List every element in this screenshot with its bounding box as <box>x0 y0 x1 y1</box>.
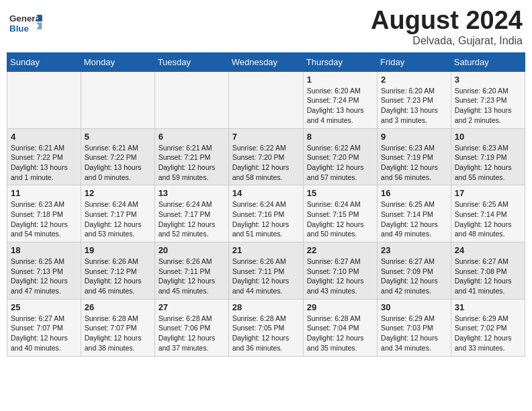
calendar-day-cell: 15Sunrise: 6:24 AMSunset: 7:15 PMDayligh… <box>303 185 377 242</box>
day-info: Sunrise: 6:21 AMSunset: 7:22 PMDaylight:… <box>85 143 151 183</box>
logo: General Blue <box>9 7 43 36</box>
day-info: Sunrise: 6:28 AMSunset: 7:04 PMDaylight:… <box>307 314 373 353</box>
day-number: 11 <box>11 188 77 198</box>
svg-text:Blue: Blue <box>9 24 29 34</box>
calendar-day-cell: 7Sunrise: 6:22 AMSunset: 7:20 PMDaylight… <box>228 128 303 185</box>
calendar-day-cell: 24Sunrise: 6:27 AMSunset: 7:08 PMDayligh… <box>451 242 525 300</box>
title-block: August 2024 Delvada, Gujarat, India <box>371 7 523 47</box>
calendar-day-cell: 25Sunrise: 6:27 AMSunset: 7:07 PMDayligh… <box>7 299 81 356</box>
day-info: Sunrise: 6:26 AMSunset: 7:11 PMDaylight:… <box>232 257 300 296</box>
day-info: Sunrise: 6:21 AMSunset: 7:21 PMDaylight:… <box>159 143 225 183</box>
day-number: 24 <box>455 245 521 255</box>
day-number: 16 <box>381 188 447 198</box>
day-number: 3 <box>455 75 521 85</box>
day-info: Sunrise: 6:20 AMSunset: 7:24 PMDaylight:… <box>307 86 373 126</box>
calendar-day-cell: 1Sunrise: 6:20 AMSunset: 7:24 PMDaylight… <box>303 71 377 128</box>
calendar-day-cell: 6Sunrise: 6:21 AMSunset: 7:21 PMDaylight… <box>154 128 228 185</box>
day-number: 6 <box>159 132 225 142</box>
day-number: 28 <box>232 302 300 312</box>
day-info: Sunrise: 6:23 AMSunset: 7:19 PMDaylight:… <box>455 143 521 183</box>
calendar-day-cell: 14Sunrise: 6:24 AMSunset: 7:16 PMDayligh… <box>228 185 303 242</box>
calendar-day-cell: 5Sunrise: 6:21 AMSunset: 7:22 PMDaylight… <box>81 128 154 185</box>
logo-icon: General Blue <box>9 9 43 36</box>
month-title: August 2024 <box>371 7 523 35</box>
day-info: Sunrise: 6:24 AMSunset: 7:17 PMDaylight:… <box>85 199 151 239</box>
calendar-week-row: 18Sunrise: 6:25 AMSunset: 7:13 PMDayligh… <box>7 242 525 300</box>
calendar-day-cell: 30Sunrise: 6:29 AMSunset: 7:03 PMDayligh… <box>378 299 451 356</box>
day-info: Sunrise: 6:28 AMSunset: 7:05 PMDaylight:… <box>232 314 300 353</box>
day-number: 12 <box>85 188 151 198</box>
weekday-header-friday: Friday <box>378 52 451 71</box>
calendar-day-cell: 31Sunrise: 6:29 AMSunset: 7:02 PMDayligh… <box>451 299 525 356</box>
day-number: 7 <box>232 132 300 142</box>
day-number: 9 <box>381 132 447 142</box>
calendar-week-row: 25Sunrise: 6:27 AMSunset: 7:07 PMDayligh… <box>7 299 525 356</box>
calendar-week-row: 11Sunrise: 6:23 AMSunset: 7:18 PMDayligh… <box>7 185 525 242</box>
day-number: 27 <box>159 302 225 312</box>
day-info: Sunrise: 6:25 AMSunset: 7:13 PMDaylight:… <box>11 257 77 296</box>
empty-day-cell <box>154 71 228 128</box>
weekday-header-row: SundayMondayTuesdayWednesdayThursdayFrid… <box>7 52 525 71</box>
day-info: Sunrise: 6:27 AMSunset: 7:08 PMDaylight:… <box>455 257 521 296</box>
calendar-table: SundayMondayTuesdayWednesdayThursdayFrid… <box>7 52 525 357</box>
day-number: 17 <box>455 188 521 198</box>
empty-day-cell <box>81 71 154 128</box>
day-info: Sunrise: 6:27 AMSunset: 7:09 PMDaylight:… <box>381 257 447 296</box>
day-number: 25 <box>11 302 77 312</box>
day-info: Sunrise: 6:20 AMSunset: 7:23 PMDaylight:… <box>455 86 521 126</box>
day-number: 5 <box>85 132 151 142</box>
day-number: 13 <box>159 188 225 198</box>
location: Delvada, Gujarat, India <box>371 35 523 47</box>
day-number: 23 <box>381 245 447 255</box>
day-info: Sunrise: 6:21 AMSunset: 7:22 PMDaylight:… <box>11 143 77 183</box>
calendar-day-cell: 12Sunrise: 6:24 AMSunset: 7:17 PMDayligh… <box>81 185 154 242</box>
day-number: 10 <box>455 132 521 142</box>
day-number: 22 <box>307 245 373 255</box>
day-info: Sunrise: 6:22 AMSunset: 7:20 PMDaylight:… <box>232 143 300 183</box>
calendar-week-row: 1Sunrise: 6:20 AMSunset: 7:24 PMDaylight… <box>7 71 525 128</box>
day-number: 26 <box>85 302 151 312</box>
calendar-day-cell: 11Sunrise: 6:23 AMSunset: 7:18 PMDayligh… <box>7 185 81 242</box>
weekday-header-saturday: Saturday <box>451 52 525 71</box>
day-info: Sunrise: 6:28 AMSunset: 7:06 PMDaylight:… <box>159 314 225 353</box>
day-number: 4 <box>11 132 77 142</box>
calendar-day-cell: 19Sunrise: 6:26 AMSunset: 7:12 PMDayligh… <box>81 242 154 300</box>
weekday-header-thursday: Thursday <box>303 52 377 71</box>
day-info: Sunrise: 6:24 AMSunset: 7:17 PMDaylight:… <box>159 199 225 239</box>
calendar-day-cell: 23Sunrise: 6:27 AMSunset: 7:09 PMDayligh… <box>378 242 451 300</box>
calendar-day-cell: 10Sunrise: 6:23 AMSunset: 7:19 PMDayligh… <box>451 128 525 185</box>
day-number: 8 <box>307 132 373 142</box>
weekday-header-tuesday: Tuesday <box>154 52 228 71</box>
calendar-day-cell: 3Sunrise: 6:20 AMSunset: 7:23 PMDaylight… <box>451 71 525 128</box>
calendar-day-cell: 21Sunrise: 6:26 AMSunset: 7:11 PMDayligh… <box>228 242 303 300</box>
day-info: Sunrise: 6:23 AMSunset: 7:18 PMDaylight:… <box>11 199 77 239</box>
day-info: Sunrise: 6:27 AMSunset: 7:07 PMDaylight:… <box>11 314 77 353</box>
weekday-header-wednesday: Wednesday <box>228 52 303 71</box>
day-number: 19 <box>85 245 151 255</box>
day-info: Sunrise: 6:26 AMSunset: 7:11 PMDaylight:… <box>159 257 225 296</box>
empty-day-cell <box>228 71 303 128</box>
day-info: Sunrise: 6:22 AMSunset: 7:20 PMDaylight:… <box>307 143 373 183</box>
day-number: 1 <box>307 75 373 85</box>
calendar-day-cell: 4Sunrise: 6:21 AMSunset: 7:22 PMDaylight… <box>7 128 81 185</box>
day-info: Sunrise: 6:25 AMSunset: 7:14 PMDaylight:… <box>381 199 447 239</box>
day-number: 14 <box>232 188 300 198</box>
day-number: 15 <box>307 188 373 198</box>
day-number: 29 <box>307 302 373 312</box>
calendar-day-cell: 8Sunrise: 6:22 AMSunset: 7:20 PMDaylight… <box>303 128 377 185</box>
day-number: 21 <box>232 245 300 255</box>
calendar-week-row: 4Sunrise: 6:21 AMSunset: 7:22 PMDaylight… <box>7 128 525 185</box>
calendar-day-cell: 9Sunrise: 6:23 AMSunset: 7:19 PMDaylight… <box>378 128 451 185</box>
calendar-day-cell: 28Sunrise: 6:28 AMSunset: 7:05 PMDayligh… <box>228 299 303 356</box>
calendar-day-cell: 29Sunrise: 6:28 AMSunset: 7:04 PMDayligh… <box>303 299 377 356</box>
day-info: Sunrise: 6:25 AMSunset: 7:14 PMDaylight:… <box>455 199 521 239</box>
day-number: 31 <box>455 302 521 312</box>
day-number: 30 <box>381 302 447 312</box>
day-info: Sunrise: 6:29 AMSunset: 7:03 PMDaylight:… <box>381 314 447 353</box>
day-info: Sunrise: 6:29 AMSunset: 7:02 PMDaylight:… <box>455 314 521 353</box>
day-info: Sunrise: 6:24 AMSunset: 7:15 PMDaylight:… <box>307 199 373 239</box>
empty-day-cell <box>7 71 81 128</box>
day-info: Sunrise: 6:24 AMSunset: 7:16 PMDaylight:… <box>232 199 300 239</box>
page-header: General Blue August 2024 Delvada, Gujara… <box>7 7 525 47</box>
calendar-day-cell: 17Sunrise: 6:25 AMSunset: 7:14 PMDayligh… <box>451 185 525 242</box>
